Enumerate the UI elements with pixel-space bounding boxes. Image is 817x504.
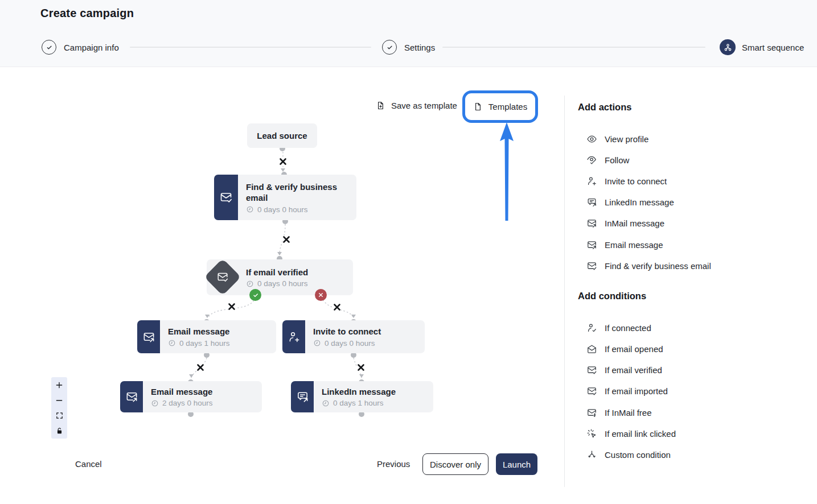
action-item-linkedin-message[interactable]: LinkedIn message [586,192,808,212]
document-icon [473,102,483,111]
flow-node-email-message-1[interactable]: Email message 0 days 1 hours [137,320,276,353]
step-smart-sequence-label[interactable]: Smart sequence [742,43,804,52]
clock-icon [168,339,176,347]
lock-button[interactable] [51,423,67,439]
launch-button[interactable]: Launch [496,453,537,475]
annotation-arrow-up [498,122,516,223]
smart-sequence-icon [720,39,736,55]
add-conditions-heading: Add conditions [578,291,646,301]
eye-check-icon [586,155,597,166]
node-title: If email verified [246,267,308,278]
flow-node-linkedin-message[interactable]: LinkedIn message 0 days 1 hours [291,381,433,412]
envelope-check-icon [586,386,597,396]
flow-node-if-email-verified[interactable]: If email verified 0 days 0 hours [207,259,353,295]
stepper-line [130,47,371,48]
node-delay-text: 0 days 0 hours [257,279,308,288]
action-item-find-verify-email[interactable]: Find & verify business email [586,255,808,276]
node-title: LinkedIn message [322,386,396,398]
step-settings-label[interactable]: Settings [404,43,435,52]
chat-send-icon [586,197,597,208]
node-delay-text: 0 days 1 hours [179,339,230,348]
person-check-icon [586,323,597,333]
envelope-send-icon [137,320,160,353]
node-title: Find & verify business email [246,181,348,204]
condition-item-label: If connected [605,323,651,333]
action-item-label: LinkedIn message [605,197,674,207]
templates-label: Templates [488,102,527,111]
previous-button[interactable]: Previous [377,459,410,469]
action-item-label: InMail message [605,218,664,228]
eye-icon [586,134,597,144]
condition-item-if-inmail-free[interactable]: If InMail free [586,402,808,423]
person-plus-icon [282,320,305,353]
save-as-template-button[interactable]: Save as template [376,101,457,110]
clock-icon [246,280,254,288]
envelope-check-icon [586,261,597,271]
clock-icon [313,339,321,347]
flow-node-find-verify-email[interactable]: Find & verify business email 0 days 0 ho… [214,175,356,220]
envelope-check-icon [586,365,597,375]
condition-item-if-email-imported[interactable]: If email imported [586,381,808,401]
condition-item-if-email-link-clicked[interactable]: If email link clicked [586,423,808,444]
action-item-inmail-message[interactable]: InMail message [586,213,808,233]
fit-view-button[interactable] [51,408,67,423]
condition-item-label: Custom condition [605,450,671,460]
node-delay-text: 0 days 1 hours [333,399,384,407]
plus-icon [55,381,64,390]
step-campaign-info-label[interactable]: Campaign info [64,43,119,52]
templates-button[interactable]: Templates [473,102,527,111]
action-item-follow[interactable]: Follow [586,150,808,170]
check-circle-icon [382,40,397,55]
flow-node-lead-source[interactable]: Lead source [247,123,317,148]
add-actions-heading: Add actions [578,102,631,113]
person-plus-icon [586,176,597,187]
zoom-out-button[interactable] [51,393,67,408]
envelope-check-icon [214,175,238,220]
clock-icon [322,399,330,407]
condition-item-label: If email imported [605,386,668,396]
condition-item-if-connected[interactable]: If connected [586,317,808,338]
minus-icon [55,396,64,405]
document-plus-icon [376,101,385,110]
action-item-label: View profile [605,134,648,144]
condition-item-label: If InMail free [605,408,652,418]
discover-only-button[interactable]: Discover only [422,453,488,475]
action-item-email-message[interactable]: Email message [586,234,808,255]
envelope-open-icon [586,344,597,354]
flow-node-invite-to-connect[interactable]: Invite to connect 0 days 0 hours [282,320,425,353]
cancel-button[interactable]: Cancel [75,459,102,469]
node-title: Email message [151,386,213,398]
envelope-send-icon [586,239,597,250]
check-circle-icon [42,40,56,55]
page-title: Create campaign [40,7,134,20]
header: Create campaign Campaign info Settings S… [0,0,817,67]
lock-icon [55,427,64,435]
envelope-dollar-icon [586,407,597,418]
condition-item-label: If email opened [605,344,663,354]
flow-node-email-message-2[interactable]: Email message 2 days 0 hours [120,381,262,412]
condition-item-if-email-opened[interactable]: If email opened [586,338,808,359]
branch-split-icon [586,449,597,460]
action-item-label: Find & verify business email [605,261,711,271]
flow-connectors [0,0,564,504]
step-settings[interactable] [382,40,397,55]
node-delay-text: 2 days 0 hours [162,399,213,407]
action-item-view-profile[interactable]: View profile [586,129,808,149]
zoom-in-button[interactable] [51,377,67,393]
condition-item-custom-condition[interactable]: Custom condition [586,444,808,465]
branch-yes-icon [249,289,261,301]
step-smart-sequence[interactable] [720,39,736,55]
envelope-send-icon [586,218,597,229]
node-delay-text: 0 days 0 hours [325,339,375,348]
step-campaign-info[interactable] [42,40,56,55]
branch-no-icon [315,289,327,301]
condition-item-if-email-verified[interactable]: If email verified [586,360,808,380]
action-item-invite-to-connect[interactable]: Invite to connect [586,171,808,191]
save-as-template-label: Save as template [391,101,457,110]
condition-item-label: If email verified [605,365,662,375]
node-delay-text: 0 days 0 hours [257,205,308,214]
condition-item-label: If email link clicked [605,429,676,439]
templates-highlight-annotation: Templates [462,90,538,123]
chat-send-icon [291,381,314,412]
fullscreen-icon [55,411,64,420]
